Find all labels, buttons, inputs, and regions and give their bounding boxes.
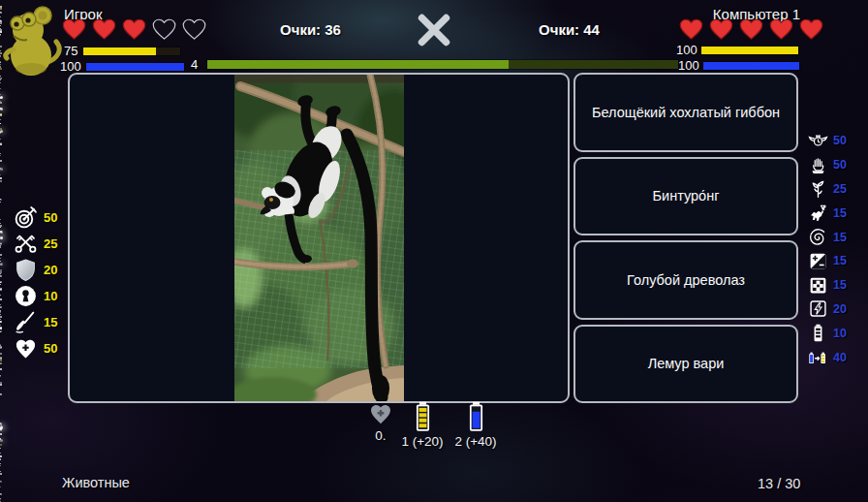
powerup-cost: 25 [833, 182, 847, 196]
opponent-energy-bar [703, 62, 799, 70]
powerup-cost: 50 [44, 210, 57, 225]
spiral-icon [808, 227, 828, 247]
powerup-checkerboard[interactable]: 15 [808, 273, 847, 298]
reward-label: 2 (+40) [454, 434, 496, 449]
heart-empty-icon [181, 16, 207, 41]
powerup-cost: 15 [833, 206, 847, 220]
heart-filled-icon [91, 16, 117, 41]
round-number: 4 [191, 57, 198, 72]
heart-filled-icon [678, 16, 704, 41]
powerup-heart-plus[interactable]: 50 [14, 335, 57, 361]
reward-label: 1 (+20) [401, 434, 443, 449]
left-powerup-column: 502520101550 [14, 204, 57, 361]
raised-hand-icon [808, 155, 828, 175]
mouse-logo [2, 1, 64, 77]
keyhole-icon [14, 284, 38, 308]
heart-empty-icon [151, 16, 177, 41]
powerup-plant[interactable]: 25 [808, 177, 847, 202]
powerup-cost: 20 [833, 302, 847, 316]
shield-icon [14, 258, 38, 282]
crossed-keys-icon [14, 232, 38, 256]
heart-plus-gray-icon [367, 401, 394, 426]
player-score: Очки: 36 [280, 21, 341, 38]
reward-label: 0. [375, 428, 386, 443]
question-counter: 13 / 30 [758, 476, 800, 491]
dartboard-icon [14, 205, 38, 230]
powerup-cost: 50 [833, 158, 847, 172]
category-label: Животные [62, 475, 130, 490]
player-energy-value: 100 [60, 59, 81, 74]
heart-filled-icon [61, 16, 87, 41]
round-progress-bar [207, 60, 678, 69]
heart-filled-icon [708, 16, 734, 41]
dinosaur-icon [808, 203, 828, 223]
powerup-cost: 50 [44, 341, 57, 356]
opponent-hearts [678, 16, 824, 41]
powerup-shield[interactable]: 20 [14, 257, 57, 283]
player-energy-bar [86, 63, 184, 71]
answer-button-4[interactable]: Лемур вари [574, 325, 798, 404]
player-health-bar [83, 47, 180, 55]
powerup-cost: 20 [44, 263, 57, 277]
heart-filled-icon [121, 16, 147, 41]
powerup-winged-clock[interactable]: 50 [808, 129, 847, 153]
answer-button-1[interactable]: Белощёкий хохлатый гиббон [574, 73, 798, 152]
powerup-cost: 15 [833, 231, 847, 244]
powerup-cost: 15 [833, 254, 847, 267]
powerup-cost: 10 [44, 289, 57, 303]
battery-yellow-icon [413, 401, 433, 432]
heart-filled-icon [738, 16, 764, 41]
battery-transfer-icon [808, 347, 828, 367]
heart-filled-icon [768, 16, 794, 41]
battery-icon [808, 323, 828, 343]
quiz-game-screen: Игрок 75 100 4 Очки: 36 Очки: 44 Компьют… [0, 0, 868, 502]
lightning-icon [808, 298, 828, 319]
question-image-panel [68, 73, 570, 403]
powerup-keyhole[interactable]: 10 [14, 283, 57, 309]
shovel-icon [14, 310, 38, 334]
opponent-score: Очки: 44 [539, 21, 600, 38]
powerup-cost: 15 [44, 315, 57, 329]
answer-button-3[interactable]: Голубой древолаз [574, 240, 798, 320]
reward-battery-yellow[interactable]: 1 (+20) [393, 401, 451, 449]
opponent-health-value: 100 [676, 43, 698, 57]
battery-blue-icon [466, 401, 486, 432]
powerup-spiral[interactable]: 15 [808, 225, 847, 249]
powerup-cost: 50 [833, 134, 847, 147]
powerup-shovel[interactable]: 15 [14, 309, 57, 335]
powerup-cost: 40 [833, 351, 847, 364]
powerup-raised-hand[interactable]: 50 [808, 153, 847, 177]
reward-battery-blue[interactable]: 2 (+40) [447, 401, 505, 449]
powerup-dinosaur[interactable]: 15 [808, 201, 847, 225]
heart-filled-icon [798, 16, 824, 41]
powerup-crossed-keys[interactable]: 25 [14, 231, 57, 257]
close-icon[interactable] [415, 11, 453, 49]
plus-minus-icon [808, 251, 828, 271]
checkerboard-icon [808, 275, 828, 296]
question-image [234, 75, 404, 401]
powerup-cost: 25 [44, 236, 57, 251]
opponent-energy-value: 100 [678, 58, 699, 73]
plant-icon [808, 178, 828, 199]
player-health-value: 75 [64, 44, 78, 58]
winged-clock-icon [808, 131, 828, 151]
powerup-battery-transfer[interactable]: 40 [808, 345, 847, 369]
heart-plus-icon [14, 336, 38, 361]
opponent-health-bar [701, 47, 798, 54]
powerup-dartboard[interactable]: 50 [14, 204, 57, 231]
powerup-cost: 10 [833, 327, 847, 340]
powerup-plus-minus[interactable]: 15 [808, 249, 847, 273]
answer-button-2[interactable]: Бинтуро́нг [574, 157, 798, 236]
powerup-battery[interactable]: 10 [808, 321, 847, 345]
powerup-cost: 15 [833, 278, 847, 292]
player-hearts [61, 16, 207, 41]
powerup-lightning[interactable]: 20 [808, 298, 847, 322]
answer-list: Белощёкий хохлатый гиббонБинтуро́нгГолуб… [574, 73, 798, 403]
right-powerup-column: 50502515151515201040 [808, 129, 847, 369]
